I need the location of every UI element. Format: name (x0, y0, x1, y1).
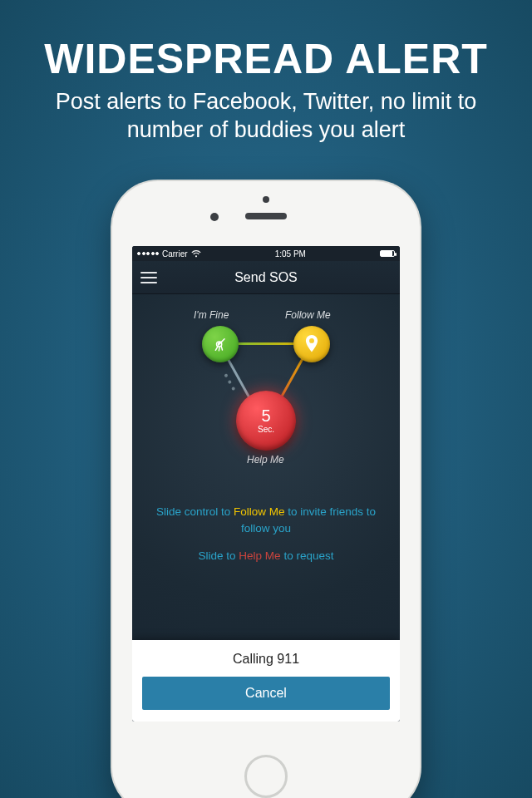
phone-screen: Carrier 1:05 PM Send SOS I'm Fine Follow… (132, 246, 400, 722)
ok-hand-icon (211, 335, 229, 353)
status-time: 1:05 PM (275, 249, 306, 259)
node-label-fine: I'm Fine (194, 309, 229, 321)
countdown-unit: Sec. (258, 425, 274, 434)
dialog-title: Calling 911 (142, 652, 390, 667)
node-im-fine[interactable] (202, 326, 239, 362)
front-camera (210, 213, 219, 221)
signal-strength-icon (137, 252, 159, 255)
node-label-help: Help Me (247, 454, 284, 466)
node-label-follow: Follow Me (285, 309, 331, 321)
cancel-button[interactable]: Cancel (142, 677, 390, 710)
calling-dialog: Calling 911 Cancel (132, 640, 400, 722)
highlight-help-me: Help Me (239, 549, 280, 562)
promo-subtitle: Post alerts to Facebook, Twitter, no lim… (0, 88, 532, 145)
path-dots (224, 373, 235, 391)
countdown-value: 5 (261, 407, 270, 424)
sensor-dot (263, 196, 269, 203)
highlight-follow-me: Follow Me (234, 505, 285, 518)
instructions-text: Slide control to Follow Me to invite fri… (132, 504, 400, 564)
wifi-icon (191, 250, 201, 258)
node-help-me[interactable]: 5 Sec. (236, 391, 296, 451)
sos-control-area: I'm Fine Follow Me Help Me (132, 294, 400, 722)
node-follow-me[interactable] (293, 326, 330, 362)
battery-icon (380, 250, 395, 257)
home-button[interactable] (244, 755, 288, 798)
status-bar: Carrier 1:05 PM (132, 246, 400, 261)
location-pin-icon (303, 335, 320, 353)
carrier-label: Carrier (162, 249, 188, 259)
page-title: Send SOS (234, 270, 298, 285)
promo-title: WIDESPREAD ALERT (0, 35, 532, 83)
phone-frame: Carrier 1:05 PM Send SOS I'm Fine Follow… (112, 181, 420, 798)
app-navbar: Send SOS (132, 261, 400, 294)
speaker-grille (245, 213, 287, 219)
menu-icon[interactable] (140, 272, 157, 283)
